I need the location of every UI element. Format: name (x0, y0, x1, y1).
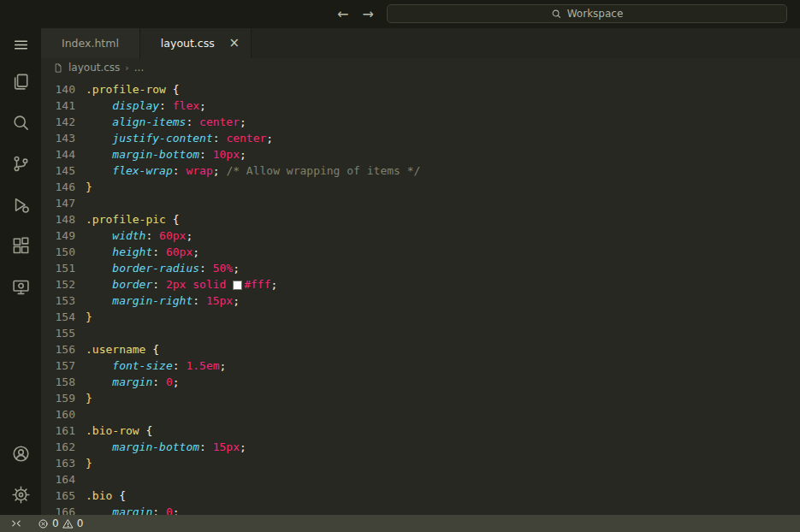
token-pun: ; (193, 245, 199, 258)
close-icon[interactable]: × (227, 36, 242, 51)
line-number: 148 (41, 211, 75, 228)
code-text: border: 2px solid #fff; (75, 276, 277, 293)
token-val: 0 (166, 375, 173, 388)
token-val: 60px (159, 229, 186, 242)
code-text: margin-bottom: 15px; (75, 439, 246, 455)
token-pun (86, 229, 112, 242)
code-line[interactable]: 148.profile-pic { (41, 211, 800, 228)
code-text: .bio { (75, 488, 126, 504)
activity-run-debug[interactable] (0, 184, 41, 225)
code-line[interactable]: 146} (41, 179, 800, 195)
remote-icon (10, 517, 22, 529)
code-line[interactable]: 150 height: 60px; (41, 244, 800, 260)
code-line[interactable]: 162 margin-bottom: 15px; (41, 439, 800, 455)
code-line[interactable]: 151 border-radius: 50%; (41, 260, 800, 276)
code-line[interactable]: 141 display: flex; (41, 98, 800, 114)
code-line[interactable]: 164 (41, 471, 800, 488)
code-line[interactable]: 157 font-size: 1.5em; (41, 358, 800, 374)
token-pun: ; (173, 375, 180, 388)
code-text (75, 471, 86, 488)
warning-icon (62, 518, 74, 529)
remote-indicator[interactable] (7, 515, 26, 532)
token-pun (86, 245, 112, 258)
code-line[interactable]: 155 (41, 325, 800, 341)
file-icon (53, 62, 63, 74)
activity-explorer[interactable] (0, 61, 41, 102)
activity-accounts[interactable] (0, 433, 41, 474)
code-line[interactable]: 142 align-items: center; (41, 114, 800, 130)
token-pun: ; (266, 132, 273, 145)
tab-index-html[interactable]: Index.html (41, 28, 140, 58)
code-line[interactable]: 154} (41, 309, 800, 325)
back-arrow[interactable]: ← (337, 6, 348, 22)
forward-arrow[interactable]: → (362, 6, 373, 22)
code-line[interactable]: 161.bio-row { (41, 423, 800, 439)
code-line[interactable]: 156.username { (41, 341, 800, 358)
color-swatch[interactable] (234, 281, 241, 289)
activity-remote-explorer[interactable] (0, 266, 41, 307)
token-pun: : (152, 278, 166, 291)
token-val: 15px (206, 294, 233, 307)
code-line[interactable]: 144 margin-bottom: 10px; (41, 146, 800, 163)
code-text: margin-right: 15px; (75, 293, 240, 309)
code-line[interactable]: 140.profile-row { (41, 81, 800, 98)
line-number: 166 (41, 504, 75, 515)
activity-settings[interactable] (0, 474, 41, 515)
code-line[interactable]: 159} (41, 390, 800, 406)
tab-layout-css[interactable]: layout.css × (140, 28, 252, 58)
token-prop: font-size (112, 359, 172, 372)
token-pun: : (173, 164, 187, 177)
workspace-search-box[interactable]: Workspace (387, 4, 787, 23)
code-line[interactable]: 152 border: 2px solid #fff; (41, 276, 800, 293)
token-prop: width (112, 229, 145, 242)
token-sel: } (86, 180, 92, 193)
token-val: 1.5em (186, 359, 219, 372)
code-line[interactable]: 153 margin-right: 15px; (41, 293, 800, 309)
editor-code[interactable]: 140.profile-row {141 display: flex;142 a… (41, 77, 800, 515)
token-pun: : (145, 229, 159, 242)
activity-source-control[interactable] (0, 143, 41, 184)
code-line[interactable]: 163} (41, 455, 800, 471)
code-text: font-size: 1.5em; (75, 358, 226, 374)
code-text: height: 60px; (75, 244, 199, 260)
activity-search[interactable] (0, 102, 41, 143)
activity-extensions[interactable] (0, 225, 41, 266)
token-sel: .username (86, 343, 145, 356)
token-prop: margin-bottom (112, 440, 199, 453)
monitor-preview-icon (12, 278, 30, 296)
token-pun: : (199, 262, 213, 275)
line-number: 150 (41, 244, 75, 260)
breadcrumb-file[interactable]: layout.css (68, 62, 120, 74)
token-pun: : (199, 148, 213, 161)
token-pun: { (166, 213, 180, 226)
token-pun (86, 132, 112, 145)
tab-label: Index.html (62, 37, 119, 50)
code-text: justify-content: center; (75, 130, 273, 146)
code-line[interactable]: 143 justify-content: center; (41, 130, 800, 146)
token-sel: } (86, 392, 92, 405)
code-text: margin: 0; (75, 374, 180, 390)
tab-label: layout.css (161, 37, 215, 50)
code-line[interactable]: 147 (41, 195, 800, 211)
code-text: flex-wrap: wrap; /* Allow wrapping of it… (75, 163, 420, 179)
breadcrumb-more[interactable]: ... (134, 62, 144, 74)
code-text: width: 60px; (75, 228, 193, 244)
code-text: } (75, 179, 92, 195)
code-line[interactable]: 149 width: 60px; (41, 228, 800, 244)
token-prop: align-items (112, 115, 186, 128)
code-line[interactable]: 145 flex-wrap: wrap; /* Allow wrapping o… (41, 163, 800, 179)
token-pun: { (139, 424, 153, 437)
code-line[interactable]: 160 (41, 406, 800, 423)
token-prop: display (112, 99, 159, 112)
token-sel: .bio (86, 489, 112, 502)
problems-indicator[interactable]: 0 0 (34, 515, 86, 532)
code-line[interactable]: 166 margin: 0; (41, 504, 800, 515)
code-line[interactable]: 158 margin: 0; (41, 374, 800, 390)
code-text (75, 195, 86, 211)
code-text (75, 325, 86, 341)
token-pun: : (159, 99, 173, 112)
code-line[interactable]: 165.bio { (41, 488, 800, 504)
line-number: 141 (41, 98, 75, 114)
token-prop: margin (112, 505, 152, 515)
activity-menu[interactable] (0, 28, 41, 61)
